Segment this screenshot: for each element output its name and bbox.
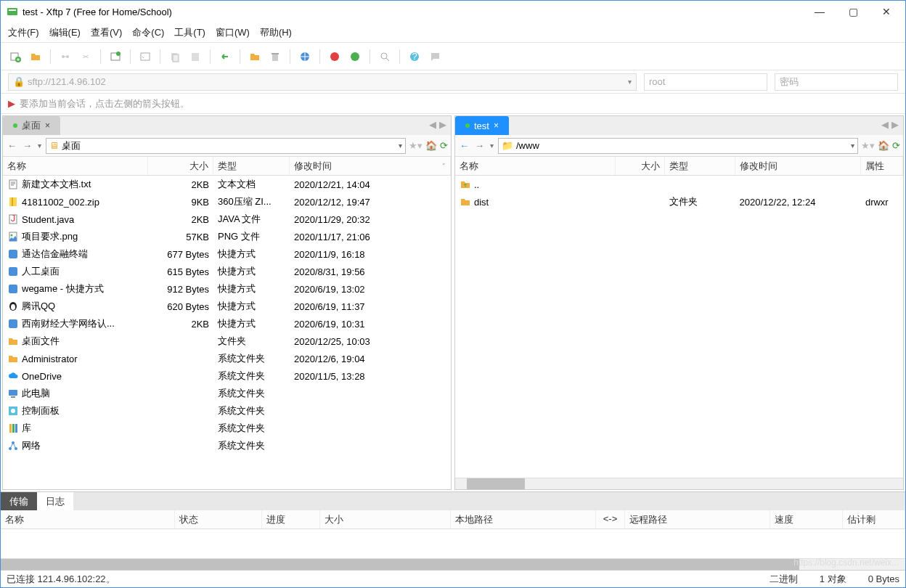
col-type[interactable]: 类型 (213, 157, 290, 175)
list-item[interactable]: 通达信金融终端677 Bytes快捷方式2020/11/9, 16:18 (3, 245, 451, 263)
menu-window[interactable]: 窗口(W) (216, 26, 250, 39)
list-item[interactable]: 库系统文件夹 (3, 420, 451, 437)
remote-path-combo[interactable]: 📁 /www ▾ (498, 138, 858, 154)
zoom-icon[interactable] (378, 49, 392, 64)
menu-help[interactable]: 帮助(H) (260, 26, 292, 39)
tab-log[interactable]: 日志 (37, 492, 73, 510)
chevron-down-icon[interactable]: ▾ (628, 78, 632, 86)
terminal-icon[interactable] (138, 49, 152, 64)
col-date[interactable]: 修改时间 (735, 157, 861, 175)
list-item[interactable]: 新建文本文档.txt2KB文本文档2020/12/21, 14:04 (3, 176, 451, 193)
maximize-button[interactable]: ▢ (843, 6, 863, 17)
list-item[interactable]: 桌面文件文件夹2020/12/25, 10:03 (3, 332, 451, 350)
col-name[interactable]: 名称 (3, 157, 148, 175)
forward-icon[interactable]: → (21, 140, 33, 151)
close-icon[interactable]: × (494, 121, 499, 131)
refresh-icon[interactable]: ⟳ (440, 140, 448, 151)
tab-prev-icon[interactable]: ◀ (429, 119, 436, 130)
url-input[interactable]: 🔒 sftp://121.4.96.102 ▾ (8, 73, 637, 91)
separator (50, 49, 51, 64)
col-type[interactable]: 类型 (665, 157, 735, 175)
status-binary: 二进制 (770, 573, 798, 586)
tcol-name[interactable]: 名称 (1, 510, 175, 528)
tcol-progress[interactable]: 进度 (262, 510, 320, 528)
col-attr[interactable]: 属性 (861, 157, 903, 175)
list-item[interactable]: Administrator系统文件夹2020/12/6, 19:04 (3, 350, 451, 367)
username-input[interactable]: root (644, 73, 767, 91)
list-item[interactable]: OneDrive系统文件夹2020/11/5, 13:28 (3, 367, 451, 385)
tcol-status[interactable]: 状态 (175, 510, 262, 528)
home-icon[interactable]: 🏠 (878, 140, 889, 151)
tab-transfer[interactable]: 传输 (1, 492, 37, 510)
col-name[interactable]: 名称 (455, 157, 616, 175)
menu-file[interactable]: 文件(F) (8, 26, 39, 39)
minimize-button[interactable]: — (809, 6, 830, 17)
col-size[interactable]: 大小 (148, 157, 213, 175)
password-input[interactable]: 密码 (775, 73, 898, 91)
tab-next-icon[interactable]: ▶ (891, 119, 899, 130)
transfer-scrollbar[interactable] (1, 558, 905, 570)
tcol-speed[interactable]: 速度 (770, 510, 843, 528)
tcol-size[interactable]: 大小 (320, 510, 451, 528)
remote-tab[interactable]: test × (455, 116, 509, 135)
refresh-icon[interactable]: ⟳ (892, 140, 900, 151)
leaf-icon[interactable] (348, 49, 362, 64)
list-item[interactable]: 人工桌面615 Bytes快捷方式2020/8/31, 19:56 (3, 263, 451, 280)
copy-icon[interactable] (168, 49, 182, 64)
list-item[interactable]: 腾讯QQ620 Bytes快捷方式2020/6/19, 11:37 (3, 298, 451, 315)
chevron-down-icon[interactable]: ▾ (851, 142, 854, 150)
chat-icon[interactable] (428, 49, 442, 64)
local-path-combo[interactable]: 🖥 桌面 ▾ (46, 138, 406, 154)
chevron-down-icon[interactable]: ▾ (399, 142, 402, 150)
list-item[interactable]: dist文件夹2020/12/22, 12:24drwxr (455, 193, 903, 211)
list-item[interactable]: JStudent.java2KBJAVA 文件2020/11/29, 20:32 (3, 211, 451, 228)
col-size[interactable]: 大小 (616, 157, 665, 175)
globe-icon[interactable] (298, 49, 312, 64)
forward-icon[interactable]: → (473, 140, 486, 151)
tab-next-icon[interactable]: ▶ (439, 119, 446, 130)
favorite-icon[interactable]: ★▾ (861, 140, 875, 151)
favorite-icon[interactable]: ★▾ (409, 140, 423, 151)
list-item[interactable]: 项目要求.png57KBPNG 文件2020/11/17, 21:06 (3, 228, 451, 245)
tcol-local[interactable]: 本地路径 (451, 510, 596, 528)
home-icon[interactable]: 🏠 (425, 140, 437, 151)
tcol-remote[interactable]: 远程路径 (625, 510, 770, 528)
list-item[interactable]: 控制面板系统文件夹 (3, 402, 451, 420)
col-date[interactable]: 修改时间˅ (290, 157, 451, 175)
tcol-eta[interactable]: 估计剩 (843, 510, 905, 528)
back-icon[interactable]: ← (6, 140, 18, 151)
help-icon[interactable]: ? (407, 49, 422, 64)
menu-tool[interactable]: 工具(T) (174, 26, 205, 39)
paste-icon[interactable] (188, 49, 203, 64)
remote-file-list[interactable]: ..dist文件夹2020/12/22, 12:24drwxr (455, 176, 903, 478)
list-item[interactable]: 西南财经大学网络认...2KB快捷方式2020/6/19, 10:31 (3, 315, 451, 332)
list-item[interactable]: wegame - 快捷方式912 Bytes快捷方式2020/6/19, 13:… (3, 280, 451, 298)
sync-icon[interactable] (108, 49, 123, 64)
reconnect-icon[interactable] (58, 49, 73, 64)
swirl-icon[interactable] (327, 49, 342, 64)
tab-prev-icon[interactable]: ◀ (881, 119, 889, 130)
list-item[interactable]: 41811002_002.zip9KB360压缩 ZI...2020/12/12… (3, 193, 451, 211)
transfer-body[interactable] (1, 529, 905, 558)
close-button[interactable]: ✕ (876, 6, 897, 17)
disconnect-icon[interactable] (78, 49, 93, 64)
delete-icon[interactable] (268, 49, 282, 64)
menu-view[interactable]: 查看(V) (91, 26, 122, 39)
list-item[interactable]: .. (455, 176, 903, 193)
h-scrollbar[interactable] (455, 478, 903, 489)
tcol-arrow[interactable]: <-> (596, 510, 625, 528)
new-session-icon[interactable] (8, 49, 23, 64)
close-icon[interactable]: × (45, 121, 50, 131)
newfolder-icon[interactable] (248, 49, 262, 64)
menu-cmd[interactable]: 命令(C) (132, 26, 164, 39)
menu-edit[interactable]: 编辑(E) (49, 26, 81, 39)
local-tab[interactable]: 桌面 × (3, 116, 60, 135)
transfer-left-icon[interactable] (218, 49, 232, 64)
dropdown-icon[interactable]: ▾ (36, 142, 43, 150)
local-file-list[interactable]: 新建文本文档.txt2KB文本文档2020/12/21, 14:04418110… (3, 176, 451, 489)
dropdown-icon[interactable]: ▾ (489, 142, 495, 150)
open-icon[interactable] (28, 49, 43, 64)
list-item[interactable]: 此电脑系统文件夹 (3, 385, 451, 402)
list-item[interactable]: 网络系统文件夹 (3, 437, 451, 454)
back-icon[interactable]: ← (458, 140, 470, 151)
